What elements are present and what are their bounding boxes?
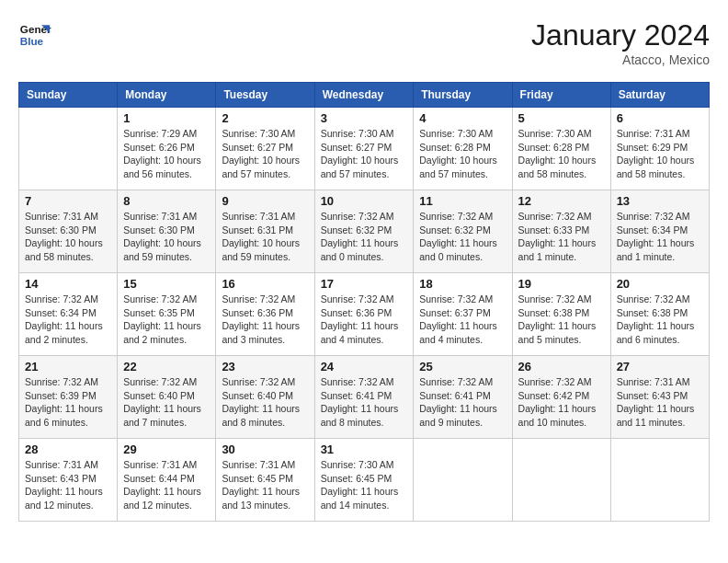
calendar-day-cell: 26Sunrise: 7:32 AMSunset: 6:42 PMDayligh…: [512, 356, 610, 439]
calendar-day-cell: 6Sunrise: 7:31 AMSunset: 6:29 PMDaylight…: [610, 108, 709, 190]
calendar-day-cell: 12Sunrise: 7:32 AMSunset: 6:33 PMDayligh…: [512, 190, 610, 273]
weekday-header-wednesday: Wednesday: [314, 83, 414, 108]
calendar-day-cell: 10Sunrise: 7:32 AMSunset: 6:32 PMDayligh…: [314, 190, 414, 273]
calendar-day-cell: 7Sunrise: 7:31 AMSunset: 6:30 PMDaylight…: [19, 190, 118, 273]
day-number: 9: [222, 194, 308, 208]
day-number: 8: [123, 194, 210, 208]
day-number: 18: [419, 277, 506, 291]
calendar-day-cell: 21Sunrise: 7:32 AMSunset: 6:39 PMDayligh…: [19, 356, 118, 439]
calendar-week-row: 1Sunrise: 7:29 AMSunset: 6:26 PMDaylight…: [19, 108, 710, 190]
day-number: 14: [25, 277, 111, 291]
day-number: 25: [419, 360, 506, 373]
calendar-day-cell: 22Sunrise: 7:32 AMSunset: 6:40 PMDayligh…: [118, 356, 216, 439]
calendar-day-cell: [414, 439, 512, 522]
day-number: 23: [222, 360, 308, 373]
calendar-day-cell: [610, 439, 709, 522]
day-info: Sunrise: 7:32 AMSunset: 6:36 PMDaylight:…: [222, 293, 308, 347]
day-info: Sunrise: 7:32 AMSunset: 6:41 PMDaylight:…: [419, 375, 506, 430]
day-number: 6: [617, 111, 703, 125]
day-info: Sunrise: 7:31 AMSunset: 6:45 PMDaylight:…: [222, 458, 308, 512]
day-info: Sunrise: 7:30 AMSunset: 6:28 PMDaylight:…: [419, 127, 506, 181]
calendar-day-cell: 4Sunrise: 7:30 AMSunset: 6:28 PMDaylight…: [414, 108, 512, 190]
day-info: Sunrise: 7:31 AMSunset: 6:31 PMDaylight:…: [222, 210, 308, 264]
day-number: 19: [518, 277, 605, 291]
day-info: Sunrise: 7:32 AMSunset: 6:38 PMDaylight:…: [617, 293, 703, 347]
day-number: 31: [321, 442, 408, 456]
logo-icon: General Blue: [18, 18, 51, 52]
calendar-day-cell: 9Sunrise: 7:31 AMSunset: 6:31 PMDaylight…: [216, 190, 314, 273]
weekday-header-monday: Monday: [118, 83, 216, 108]
day-info: Sunrise: 7:32 AMSunset: 6:41 PMDaylight:…: [321, 375, 408, 430]
weekday-header-sunday: Sunday: [19, 83, 118, 108]
calendar-day-cell: 19Sunrise: 7:32 AMSunset: 6:38 PMDayligh…: [512, 273, 610, 356]
weekday-header-tuesday: Tuesday: [216, 83, 314, 108]
day-info: Sunrise: 7:31 AMSunset: 6:43 PMDaylight:…: [617, 375, 703, 430]
calendar-day-cell: 3Sunrise: 7:30 AMSunset: 6:27 PMDaylight…: [314, 108, 414, 190]
day-number: 4: [419, 111, 506, 125]
calendar-day-cell: 16Sunrise: 7:32 AMSunset: 6:36 PMDayligh…: [216, 273, 314, 356]
day-info: Sunrise: 7:31 AMSunset: 6:30 PMDaylight:…: [123, 210, 210, 264]
day-number: 15: [123, 277, 210, 291]
calendar-day-cell: 29Sunrise: 7:31 AMSunset: 6:44 PMDayligh…: [118, 439, 216, 522]
calendar-day-cell: 2Sunrise: 7:30 AMSunset: 6:27 PMDaylight…: [216, 108, 314, 190]
calendar-day-cell: 24Sunrise: 7:32 AMSunset: 6:41 PMDayligh…: [314, 356, 414, 439]
day-number: 29: [123, 442, 210, 456]
day-number: 12: [518, 194, 605, 208]
day-info: Sunrise: 7:30 AMSunset: 6:27 PMDaylight:…: [222, 127, 308, 181]
day-number: 1: [123, 111, 210, 125]
day-info: Sunrise: 7:32 AMSunset: 6:36 PMDaylight:…: [321, 293, 408, 347]
day-info: Sunrise: 7:30 AMSunset: 6:27 PMDaylight:…: [321, 127, 408, 181]
day-info: Sunrise: 7:32 AMSunset: 6:37 PMDaylight:…: [419, 293, 506, 347]
calendar-table: SundayMondayTuesdayWednesdayThursdayFrid…: [18, 82, 710, 522]
day-info: Sunrise: 7:30 AMSunset: 6:28 PMDaylight:…: [518, 127, 605, 181]
day-info: Sunrise: 7:32 AMSunset: 6:32 PMDaylight:…: [419, 210, 506, 264]
calendar-week-row: 21Sunrise: 7:32 AMSunset: 6:39 PMDayligh…: [19, 356, 710, 439]
weekday-header-thursday: Thursday: [414, 83, 512, 108]
day-info: Sunrise: 7:32 AMSunset: 6:34 PMDaylight:…: [25, 293, 111, 347]
svg-text:Blue: Blue: [20, 35, 44, 47]
day-info: Sunrise: 7:32 AMSunset: 6:33 PMDaylight:…: [518, 210, 605, 264]
day-number: 22: [123, 360, 210, 373]
day-info: Sunrise: 7:32 AMSunset: 6:40 PMDaylight:…: [123, 375, 210, 430]
title-block: January 2024 Atacco, Mexico: [531, 18, 710, 67]
calendar-day-cell: 25Sunrise: 7:32 AMSunset: 6:41 PMDayligh…: [414, 356, 512, 439]
day-number: 24: [321, 360, 408, 373]
day-info: Sunrise: 7:32 AMSunset: 6:40 PMDaylight:…: [222, 375, 308, 430]
day-number: 13: [617, 194, 703, 208]
day-info: Sunrise: 7:32 AMSunset: 6:39 PMDaylight:…: [25, 375, 111, 430]
day-info: Sunrise: 7:32 AMSunset: 6:38 PMDaylight:…: [518, 293, 605, 347]
day-info: Sunrise: 7:31 AMSunset: 6:29 PMDaylight:…: [617, 127, 703, 181]
calendar-day-cell: [512, 439, 610, 522]
day-number: 11: [419, 194, 506, 208]
calendar-day-cell: 1Sunrise: 7:29 AMSunset: 6:26 PMDaylight…: [118, 108, 216, 190]
page-header: General Blue January 2024 Atacco, Mexico: [18, 18, 710, 67]
day-info: Sunrise: 7:31 AMSunset: 6:30 PMDaylight:…: [25, 210, 111, 264]
day-number: 27: [617, 360, 703, 373]
calendar-day-cell: [19, 108, 118, 190]
calendar-day-cell: 13Sunrise: 7:32 AMSunset: 6:34 PMDayligh…: [610, 190, 709, 273]
day-number: 7: [25, 194, 111, 208]
calendar-day-cell: 28Sunrise: 7:31 AMSunset: 6:43 PMDayligh…: [19, 439, 118, 522]
month-title: January 2024: [531, 18, 710, 52]
day-info: Sunrise: 7:32 AMSunset: 6:34 PMDaylight:…: [617, 210, 703, 264]
calendar-day-cell: 11Sunrise: 7:32 AMSunset: 6:32 PMDayligh…: [414, 190, 512, 273]
day-number: 3: [321, 111, 408, 125]
calendar-day-cell: 20Sunrise: 7:32 AMSunset: 6:38 PMDayligh…: [610, 273, 709, 356]
calendar-day-cell: 27Sunrise: 7:31 AMSunset: 6:43 PMDayligh…: [610, 356, 709, 439]
day-number: 17: [321, 277, 408, 291]
day-number: 28: [25, 442, 111, 456]
day-info: Sunrise: 7:31 AMSunset: 6:43 PMDaylight:…: [25, 458, 111, 512]
weekday-header-friday: Friday: [512, 83, 610, 108]
calendar-day-cell: 23Sunrise: 7:32 AMSunset: 6:40 PMDayligh…: [216, 356, 314, 439]
day-info: Sunrise: 7:30 AMSunset: 6:45 PMDaylight:…: [321, 458, 408, 512]
day-number: 20: [617, 277, 703, 291]
location: Atacco, Mexico: [531, 52, 710, 67]
day-number: 2: [222, 111, 308, 125]
calendar-day-cell: 17Sunrise: 7:32 AMSunset: 6:36 PMDayligh…: [314, 273, 414, 356]
day-info: Sunrise: 7:32 AMSunset: 6:42 PMDaylight:…: [518, 375, 605, 430]
calendar-header-row: SundayMondayTuesdayWednesdayThursdayFrid…: [19, 83, 710, 108]
calendar-week-row: 7Sunrise: 7:31 AMSunset: 6:30 PMDaylight…: [19, 190, 710, 273]
logo: General Blue: [18, 18, 51, 52]
calendar-day-cell: 5Sunrise: 7:30 AMSunset: 6:28 PMDaylight…: [512, 108, 610, 190]
weekday-header-saturday: Saturday: [610, 83, 709, 108]
